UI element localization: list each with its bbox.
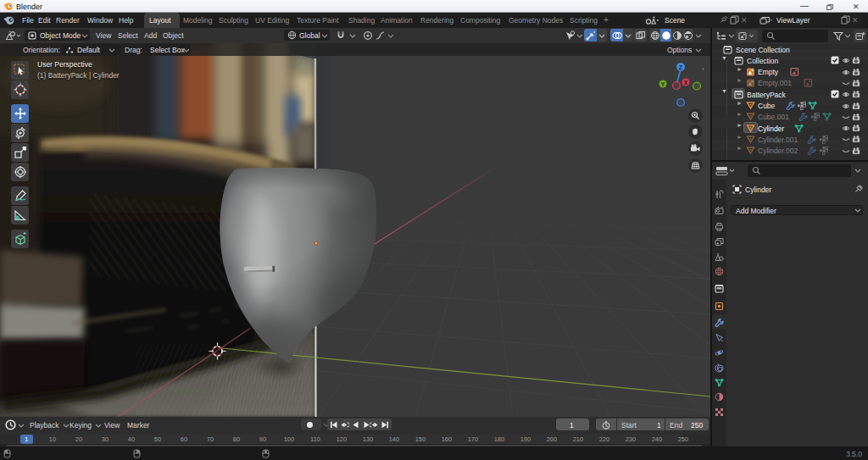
svg-text:Y: Y bbox=[661, 81, 665, 87]
svg-text:X: X bbox=[684, 80, 688, 86]
svg-text:Z: Z bbox=[679, 64, 683, 70]
